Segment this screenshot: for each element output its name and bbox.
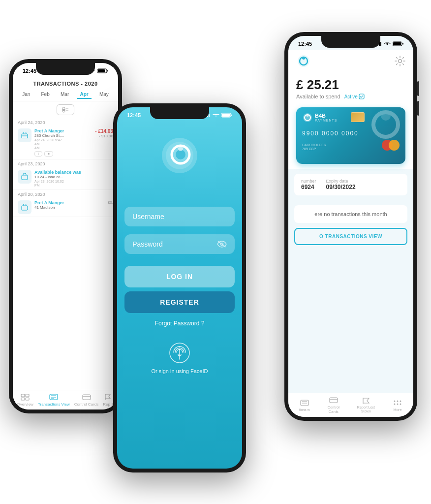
tx-amount-gbp: - £14.63 bbox=[95, 128, 113, 134]
username-label: Username bbox=[132, 213, 164, 220]
forgot-password-link[interactable]: Forgot Password ? bbox=[155, 320, 205, 327]
overview-icon bbox=[20, 393, 30, 401]
time-center: 12:45 bbox=[127, 112, 141, 118]
phone-left-screen: 12:45 TRANSACTIONS - 2020 Jan Feb Mar Ap… bbox=[13, 63, 118, 410]
battery-icon bbox=[97, 68, 108, 73]
b4b-logo-right bbox=[296, 54, 311, 68]
tab-feb[interactable]: Feb bbox=[38, 91, 53, 99]
vol-up-btn[interactable] bbox=[417, 81, 419, 96]
control-cards-icon-left bbox=[82, 393, 92, 401]
dashboard-screen: 12:45 bbox=[288, 36, 413, 417]
login-screen: 12:45 bbox=[117, 107, 242, 469]
svg-point-35 bbox=[178, 146, 183, 151]
nav-tx-right[interactable]: tions w bbox=[299, 399, 310, 411]
table-row: Pret A Manger 41 Madison £0. bbox=[13, 198, 118, 217]
card-holder-label: CARDHOLDER bbox=[302, 143, 326, 147]
dashboard-header bbox=[288, 50, 413, 72]
settings-icon[interactable] bbox=[395, 56, 405, 66]
nav-overview[interactable]: Overview bbox=[17, 393, 33, 407]
tx-address-2: 10.24 - load of... bbox=[34, 175, 110, 179]
date-label-apr23: April 23, 2020 bbox=[13, 159, 118, 167]
svg-rect-46 bbox=[402, 43, 403, 45]
nav-more-right[interactable]: More bbox=[393, 399, 402, 412]
card-detail-section: number 6924 Expiry date 09/30/2022 bbox=[294, 174, 407, 195]
svg-rect-23 bbox=[83, 395, 91, 400]
card-holder-info: CARDHOLDER 789 GBP bbox=[302, 143, 326, 151]
card-expiry-label: Expiry date bbox=[326, 179, 356, 184]
password-label: Password bbox=[132, 240, 162, 248]
phone-left: 12:45 TRANSACTIONS - 2020 Jan Feb Mar Ap… bbox=[9, 59, 122, 413]
faceid-icon bbox=[168, 342, 191, 364]
bottom-nav-left: Overview Transactions View Control Cards bbox=[13, 390, 118, 410]
register-button[interactable]: REGISTER bbox=[124, 291, 235, 313]
card-detail-row: number 6924 Expiry date 09/30/2022 bbox=[301, 179, 400, 190]
tab-may[interactable]: May bbox=[96, 91, 112, 99]
flag-icon-left bbox=[104, 394, 112, 401]
nav-label-transactions: Transactions View bbox=[38, 402, 70, 407]
svg-rect-16 bbox=[26, 394, 29, 397]
phone-center-screen: 12:45 bbox=[117, 107, 242, 469]
card-bg-b-logo bbox=[371, 110, 400, 139]
login-logo-container bbox=[160, 136, 199, 177]
card-currency: 789 GBP bbox=[302, 147, 326, 151]
tx-address: 285 Church St,... bbox=[34, 133, 92, 138]
balance-amount: £ 25.21 bbox=[296, 77, 405, 93]
svg-point-63 bbox=[397, 400, 399, 402]
card-brand: B4B bbox=[315, 113, 337, 119]
date-label-apr20: April 20, 2020 bbox=[13, 190, 118, 198]
nav-control-cards-left[interactable]: Control Cards bbox=[74, 393, 98, 407]
briefcase-icon bbox=[21, 132, 28, 138]
battery-icon-c bbox=[221, 113, 232, 118]
tx-action-btn-1[interactable]: i bbox=[34, 151, 42, 157]
tx-action-btn-2[interactable]: ≡ bbox=[44, 151, 53, 157]
tx-amount-3: £0. bbox=[108, 200, 113, 205]
nav-control-cards-right[interactable]: ControlCards bbox=[328, 396, 339, 414]
login-button[interactable]: LOG IN bbox=[124, 266, 235, 287]
date-label-apr24: April 24, 2020 bbox=[13, 118, 118, 126]
wifi-icon-r bbox=[384, 41, 391, 46]
nav-label-control-cards-right: ControlCards bbox=[328, 405, 339, 414]
tx-time-am2: AM bbox=[34, 146, 92, 150]
tx-name-3: Pret A Manger bbox=[34, 200, 105, 205]
vol-dn-btn[interactable] bbox=[417, 101, 419, 116]
svg-rect-14 bbox=[22, 206, 28, 210]
nav-label-control-cards-left: Control Cards bbox=[74, 402, 98, 407]
time-right: 12:45 bbox=[298, 41, 312, 47]
tx-actions: i ≡ bbox=[34, 151, 92, 157]
more-icon-right bbox=[393, 399, 402, 407]
status-icons-center bbox=[206, 113, 232, 118]
list-icon-r bbox=[300, 400, 309, 407]
tab-mar[interactable]: Mar bbox=[58, 91, 72, 99]
view-transactions-btn[interactable]: O TRANSACTIONS VIEW bbox=[294, 228, 407, 245]
nav-transactions[interactable]: Transactions View bbox=[38, 393, 70, 407]
bottom-nav-right: tions w ControlCards Report LostStolen bbox=[288, 393, 413, 417]
svg-rect-60 bbox=[330, 398, 338, 403]
svg-rect-43 bbox=[380, 42, 381, 46]
nav-report-left[interactable]: Rep S bbox=[103, 393, 114, 407]
tx-icon-right bbox=[300, 399, 309, 407]
password-input-group[interactable]: Password bbox=[124, 234, 235, 254]
tab-jan[interactable]: Jan bbox=[19, 91, 33, 99]
dots-icon bbox=[393, 399, 402, 406]
filter-button[interactable] bbox=[57, 104, 74, 115]
faceid-section: Or sign in using FaceID bbox=[152, 342, 208, 374]
card-sort-value: 6924 bbox=[301, 184, 316, 190]
no-transactions-msg: ere no transactions this month bbox=[294, 205, 407, 223]
card-brand-sub: PAYMENTS bbox=[315, 119, 337, 122]
svg-point-64 bbox=[400, 400, 401, 402]
svg-rect-5 bbox=[98, 69, 105, 72]
tx-time-pm: PM bbox=[34, 184, 110, 187]
tab-apr[interactable]: Apr bbox=[77, 91, 91, 99]
nav-label-report-left: Rep S bbox=[103, 402, 114, 407]
filter-icon bbox=[62, 107, 69, 113]
notch-center bbox=[150, 107, 209, 119]
table-row: Available balance was 10.24 - load of...… bbox=[13, 167, 118, 190]
battery-icon-r bbox=[393, 41, 403, 46]
svg-rect-6 bbox=[107, 70, 108, 72]
nav-report-right[interactable]: Report LostStolen bbox=[357, 397, 375, 414]
username-input-group[interactable]: Username bbox=[124, 207, 235, 226]
svg-point-49 bbox=[302, 57, 305, 60]
nav-label-overview: Overview bbox=[17, 402, 33, 407]
tx-info: Pret A Manger 285 Church St,... Apr 24, … bbox=[34, 128, 92, 157]
tx-icon-bag bbox=[18, 170, 31, 184]
